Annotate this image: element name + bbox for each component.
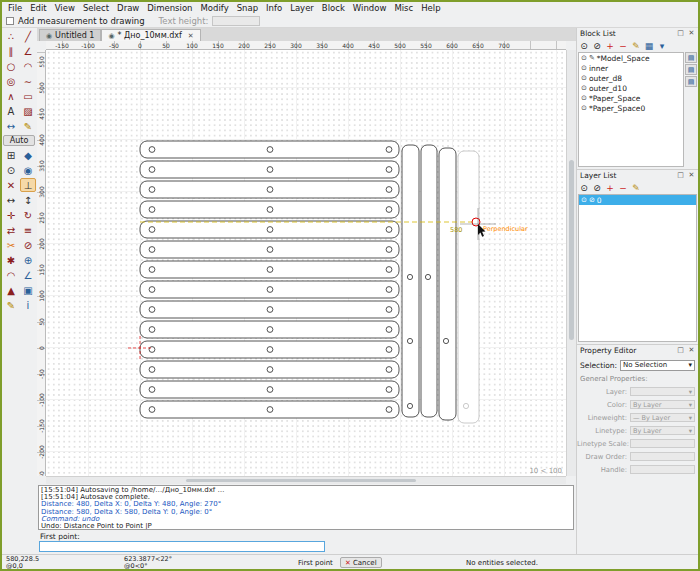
offset-tool[interactable]: ≡ — [20, 223, 36, 237]
command-input[interactable] — [39, 541, 325, 552]
drawing-canvas[interactable]: 580Perpendicular 10 < 100 — [46, 50, 566, 476]
remove-layer-icon[interactable]: − — [617, 182, 629, 194]
block-list-float-button[interactable]: □ — [676, 29, 685, 37]
insert-block-icon[interactable]: ▾ — [656, 40, 668, 52]
snap-middle[interactable]: ◉ — [20, 163, 36, 177]
snap-reference[interactable]: ⊕ — [20, 253, 36, 267]
menu-item-view[interactable]: View — [51, 2, 79, 14]
menu-item-misc[interactable]: Misc — [390, 2, 417, 14]
hide-all-blocks-icon[interactable]: ⊘ — [591, 40, 603, 52]
layer-list-close-button[interactable]: ✕ — [687, 171, 696, 179]
add-measurement-checkbox[interactable] — [6, 17, 14, 25]
property-editor-float-button[interactable]: □ — [676, 346, 685, 354]
eye-icon[interactable]: ⊙ — [581, 74, 587, 82]
block-list-item[interactable]: ⊙outer_d10 — [579, 83, 683, 93]
snap-endpoint[interactable]: ◆ — [20, 148, 36, 162]
add-layer-icon[interactable]: + — [604, 182, 616, 194]
auto-button[interactable]: Auto — [3, 135, 35, 146]
document-tab-2[interactable]: ◉* Дно_10мм.dxf✕ — [101, 29, 200, 41]
block-side-button-3[interactable]: ▤ — [685, 76, 697, 87]
toggle-block-visibility-icon[interactable]: ⊙ — [578, 40, 590, 52]
document-tab-1[interactable]: ◉Untitled 1 — [39, 29, 101, 41]
eye-icon[interactable]: ⊙ — [581, 64, 587, 72]
block-side-button-2[interactable]: ▤ — [685, 64, 697, 75]
restrict-horizontal[interactable]: ↔ — [3, 193, 19, 207]
menu-item-snap[interactable]: Snap — [233, 2, 262, 14]
circle-tool[interactable]: ○ — [3, 59, 19, 73]
add-block-icon[interactable]: + — [604, 40, 616, 52]
snap-intersection[interactable]: ✕ — [3, 178, 19, 192]
restrict-vertical[interactable]: ↕ — [20, 193, 36, 207]
cancel-button[interactable]: ✕ Cancel — [340, 557, 382, 568]
modify-layer-icon[interactable]: ✎ — [630, 182, 642, 194]
edit-block-icon[interactable]: ▦ — [643, 40, 655, 52]
menu-item-draw[interactable]: Draw — [113, 2, 143, 14]
text-tool[interactable]: A — [3, 104, 19, 118]
selection-combobox[interactable]: No Selection ▾ — [620, 360, 695, 371]
eye-icon[interactable]: ⊙ — [581, 94, 587, 102]
menu-item-dimension[interactable]: Dimension — [143, 2, 196, 14]
remove-block-icon[interactable]: − — [617, 40, 629, 52]
show-all-layers-icon[interactable]: ⊙ — [578, 182, 590, 194]
block-list-close-button[interactable]: ✕ — [687, 29, 696, 37]
dimension-tool[interactable]: ↔ — [3, 119, 19, 133]
eye-icon[interactable]: ⊙ — [581, 104, 587, 112]
block-list-item[interactable]: ⊙inner — [579, 63, 683, 73]
eye-icon[interactable]: ⊙ — [581, 54, 587, 62]
hatch-tool[interactable]: ▨ — [20, 104, 36, 118]
menu-item-layer[interactable]: Layer — [286, 2, 318, 14]
polyline-tool[interactable]: ∧ — [3, 89, 19, 103]
tab-close-icon[interactable]: ✕ — [188, 32, 194, 40]
menu-item-info[interactable]: Info — [262, 2, 286, 14]
block-list-item[interactable]: ⊙*Paper_Space — [579, 93, 683, 103]
menu-item-file[interactable]: File — [4, 2, 26, 14]
layer-list-float-button[interactable]: □ — [676, 171, 685, 179]
menu-item-help[interactable]: Help — [417, 2, 444, 14]
snap-perpendicular[interactable]: ⊥ — [20, 178, 36, 192]
rect-tool[interactable]: ▭ — [20, 89, 36, 103]
rotate-tool[interactable]: ↻ — [20, 208, 36, 222]
move-tool[interactable]: ✛ — [3, 208, 19, 222]
explode-tool[interactable]: ✱ — [3, 253, 19, 267]
layer-list-item[interactable]: ⊙⊘0 — [579, 195, 696, 205]
property-editor-close-button[interactable]: ✕ — [687, 346, 696, 354]
menu-item-block[interactable]: Block — [318, 2, 349, 14]
angle-line-tool[interactable]: ∠ — [20, 44, 36, 58]
hide-all-layers-icon[interactable]: ⊘ — [591, 182, 603, 194]
ellipse-tool[interactable]: ◎ — [3, 74, 19, 88]
eye-icon[interactable]: ⊙ — [581, 196, 587, 204]
block-list-item[interactable]: ⊙✎*Model_Space — [579, 53, 683, 63]
block-list-item[interactable]: ⊙*Paper_Space0 — [579, 103, 683, 113]
block-list-item[interactable]: ⊙outer_d8 — [579, 73, 683, 83]
point-tool[interactable]: ∴ — [3, 29, 19, 43]
spline-tool[interactable]: ∼ — [20, 74, 36, 88]
scale-tool[interactable]: ▲ — [3, 283, 19, 297]
menu-item-window[interactable]: Window — [349, 2, 391, 14]
vertical-scrollbar-thumb[interactable] — [569, 160, 574, 340]
info-tool[interactable]: i — [20, 298, 36, 312]
menu-item-modify[interactable]: Modify — [197, 2, 233, 14]
eye-icon[interactable]: ⊙ — [581, 84, 587, 92]
mirror-tool[interactable]: ⇄ — [3, 223, 19, 237]
snap-center[interactable]: ⊙ — [3, 163, 19, 177]
arc-tool[interactable]: ◠ — [20, 59, 36, 73]
block-side-button-1[interactable]: ▤ — [685, 52, 697, 63]
menu-item-select[interactable]: Select — [79, 2, 113, 14]
horizontal-scrollbar-thumb[interactable] — [186, 479, 416, 482]
modify-tool[interactable]: ✎ — [20, 119, 36, 133]
lock-icon[interactable]: ⊘ — [589, 196, 595, 204]
rename-block-icon[interactable]: ✎ — [630, 40, 642, 52]
snap-grid[interactable]: ⊞ — [3, 148, 19, 162]
edit-tool[interactable]: ✎ — [3, 298, 19, 312]
horizontal-scrollbar[interactable] — [46, 476, 566, 484]
fillet-tool[interactable]: ◠ — [3, 268, 19, 282]
menu-item-edit[interactable]: Edit — [26, 2, 50, 14]
vertical-scrollbar[interactable] — [566, 50, 576, 476]
text-height-input[interactable] — [212, 16, 260, 26]
trim-tool[interactable]: ✂ — [3, 238, 19, 252]
delete-tool[interactable]: ⊘ — [20, 238, 36, 252]
parallel-line-tool[interactable]: ∥ — [3, 44, 19, 58]
line-tool[interactable]: ╱ — [20, 29, 36, 43]
properties-tool[interactable]: ▣ — [20, 283, 36, 297]
angle-tool[interactable]: ∠ — [20, 268, 36, 282]
